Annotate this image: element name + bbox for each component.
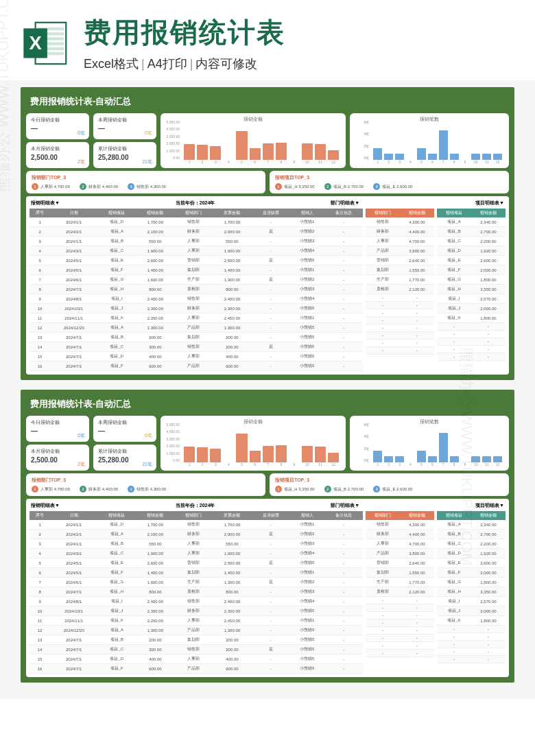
table-row: 产品部3,800.00 [366, 549, 434, 558]
table-row: -- [437, 641, 506, 648]
top-project-card: 报销项目TOP_3 1项目_H 3,350.002项目_B 2,700.003项… [270, 473, 509, 496]
proj-table-title: 项目明细表▼ [475, 200, 504, 206]
table-row: 质检部2,120.00 [366, 587, 434, 597]
table-row: 132024/7/1项目_B200.00集划部200.00-小熊猫5- [29, 333, 363, 342]
table-row: -- [366, 309, 434, 317]
top-project-card: 报销项目TOP_3 1项目_H 3,350.002项目_B 2,700.003项… [270, 171, 509, 193]
table-row: 财务部4,400.00 [366, 227, 434, 237]
table-row: 质检部2,120.00 [366, 285, 434, 294]
table-row: 62024/5/1项目_F1,400.00集划部1,400.00-小熊猫1- [29, 265, 363, 275]
table-row: -- [366, 597, 434, 604]
table-row: 52024/5/1项目_E2,600.00营销部2,500.00是小熊猫5- [29, 558, 363, 568]
table-row: 62024/5/1项目_F1,400.00集划部1,400.00-小熊猫1- [29, 568, 363, 578]
table-row: -- [437, 633, 506, 641]
table-row: 项目_I2,570.00 [437, 294, 506, 304]
top-item: 2财务部 4,400.00 [80, 183, 118, 190]
table-row: 42024/3/1项目_C1,900.00人事部1,900.00-小熊猫4- [29, 549, 363, 558]
excel-icon: X [21, 19, 70, 68]
top-item: 2项目_B 2,700.00 [324, 486, 364, 493]
table-row: 102024/10/1项目_J2,300.00财务部2,300.00-小熊猫5- [29, 304, 363, 314]
table-row: -- [437, 323, 506, 331]
table-row: 项目_H3,350.00 [437, 285, 506, 294]
period-label: 当前年份：2024年 [176, 502, 215, 509]
top-item: 2财务部 4,400.00 [80, 486, 118, 493]
table-row: 集划部1,550.00 [366, 568, 434, 578]
data-tables: 报销明细表▼ 当前年份：2024年 部门明细表▼ 项目明细表▼ 序号日期报销项目… [26, 499, 509, 677]
stat-week: 本周报销金额 — 0笔 [93, 416, 156, 442]
table-row: 项目_F2,000.00 [437, 568, 506, 578]
table-row: 122024/12/20项目_A1,300.00产品部1,300.00-小熊猫5… [29, 626, 363, 635]
table-row: 项目_F2,000.00 [437, 265, 506, 275]
table-row: 32024/1/1项目_B550.00人事部550.00-小熊猫3- [29, 539, 363, 549]
detail-table-title: 报销明细表▼ [31, 502, 60, 509]
table-row: 22024/2/1项目_A2,100.00财务部2,000.00是小熊猫2- [29, 227, 363, 237]
table-row: 生产部1,770.00 [366, 578, 434, 587]
top-item: 1人事部 4,700.00 [32, 183, 70, 190]
stat-today: 今日报销金额 — 0笔 [26, 113, 89, 139]
table-row: -- [366, 332, 434, 340]
table-row: 项目_I2,570.00 [437, 597, 506, 606]
table-row: 人事部4,700.00 [366, 237, 434, 246]
table-row: 项目_C2,200.00 [437, 237, 506, 246]
table-row: 人事部4,700.00 [366, 539, 434, 549]
proj-table-title: 项目明细表▼ [475, 502, 504, 509]
detail-table: 序号日期报销项目报销金额报销部门发票金额是否缺票报销人备注信息 12024/1/… [29, 511, 363, 674]
table-row: 集划部1,550.00 [366, 265, 434, 275]
table-row: 项目_G1,800.00 [437, 578, 506, 587]
table-row: 92024/8/1项目_I2,400.00销售部2,400.00-小熊猫4- [29, 294, 363, 304]
table-row: 112024/11/1项目_K2,250.00人事部2,450.00-小熊猫1- [29, 314, 363, 323]
top-dept-card: 报销部门TOP_3 1人事部 4,700.002财务部 4,400.003销售部… [26, 171, 265, 193]
proj-table: 报销项目报销金额 项目_A2,340.00项目_B2,700.00项目_C2,2… [437, 511, 506, 663]
table-row: 项目_J2,000.00 [437, 304, 506, 314]
table-row: -- [366, 635, 434, 642]
table-row: -- [366, 324, 434, 332]
top-item: 1项目_H 3,350.00 [275, 183, 315, 190]
stat-week: 本周报销金额 — 0笔 [93, 113, 156, 139]
table-row: 产品部3,800.00 [366, 246, 434, 256]
table-row: 152024/7/1项目_D400.00人事部400.00-小熊猫5- [29, 654, 363, 664]
table-row: 82024/7/1项目_H800.00质检部800.00-小熊猫3- [29, 587, 363, 597]
sheet-title: 费用报销统计表-自动汇总 [26, 93, 509, 110]
table-row: 项目_A2,340.00 [437, 520, 506, 530]
top-item: 3项目_E 2,600.00 [373, 183, 412, 190]
table-row: 项目_E2,600.00 [437, 558, 506, 568]
table-row: 项目_K1,800.00 [437, 314, 506, 323]
top-item: 1人事部 4,700.00 [32, 486, 70, 493]
table-row: 项目_J2,000.00 [437, 606, 506, 616]
stat-month: 本月报销金额 2,500.00 2笔 [26, 142, 89, 168]
preview-container: 费用报销统计表-自动汇总 今日报销金额 — 0笔 本月报销金额 2,500.00… [0, 80, 535, 699]
chart-amount: 报销金额 5,000.004,000.003,000.002,000.001,0… [160, 416, 346, 471]
table-row: 32024/1/1项目_B550.00人事部550.00-小熊猫3- [29, 237, 363, 246]
table-row: -- [366, 627, 434, 635]
table-row: -- [366, 650, 434, 657]
table-row: 生产部1,770.00 [366, 275, 434, 285]
table-row: 销售部4,300.00 [366, 520, 434, 530]
sheet-title: 费用报销统计表-自动汇总 [26, 395, 509, 413]
stat-total: 累计报销金额 25,280.00 21笔 [93, 445, 156, 471]
table-row: 152024/7/1项目_D400.00人事部400.00-小熊猫5- [29, 352, 363, 362]
table-row: 12024/1/1项目_D1,700.00销售部1,700.00-小熊猫1- [29, 520, 363, 530]
table-row: 162024/7/1项目_F600.00产品部600.00-小熊猫5- [29, 664, 363, 674]
table-row: 122024/12/20项目_A1,300.00产品部1,300.00-小熊猫5… [29, 323, 363, 333]
table-row: 72024/6/1项目_G1,600.00生产部1,300.00是小熊猫2- [29, 275, 363, 285]
stat-total: 累计报销金额 25,280.00 21笔 [93, 142, 156, 168]
period-label: 当前年份：2024年 [176, 200, 215, 206]
table-row: 22024/2/1项目_A2,100.00财务部2,000.00是小熊猫2- [29, 530, 363, 539]
table-row: -- [366, 347, 434, 355]
table-row: 132024/7/1项目_B200.00集划部200.00-小熊猫5- [29, 635, 363, 645]
svg-text:X: X [29, 32, 42, 53]
table-row: 42024/3/1项目_C1,900.00人事部1,900.00-小熊猫4- [29, 246, 363, 256]
table-row: -- [366, 642, 434, 650]
top-item: 2项目_B 2,700.00 [324, 183, 364, 190]
data-tables: 报销明细表▼ 当前年份：2024年 部门明细表▼ 项目明细表▼ 序号日期报销项目… [26, 196, 509, 375]
table-row: -- [437, 338, 506, 346]
table-row: 项目_B2,700.00 [437, 227, 506, 237]
excel-sheet-preview: 费用报销统计表-自动汇总 今日报销金额 — 0笔 本月报销金额 2,500.00… [21, 390, 514, 683]
table-row: -- [437, 353, 506, 361]
dept-table-title: 部门明细表▼ [331, 200, 359, 206]
table-row: 142024/7/1项目_C300.00销售部200.00是小熊猫5- [29, 645, 363, 654]
table-row: 营销部2,640.00 [366, 558, 434, 568]
dept-table: 报销部门报销金额 销售部4,300.00财务部4,400.00人事部4,700.… [366, 511, 434, 657]
table-row: 项目_A2,340.00 [437, 217, 506, 227]
table-row: 营销部2,640.00 [366, 256, 434, 265]
